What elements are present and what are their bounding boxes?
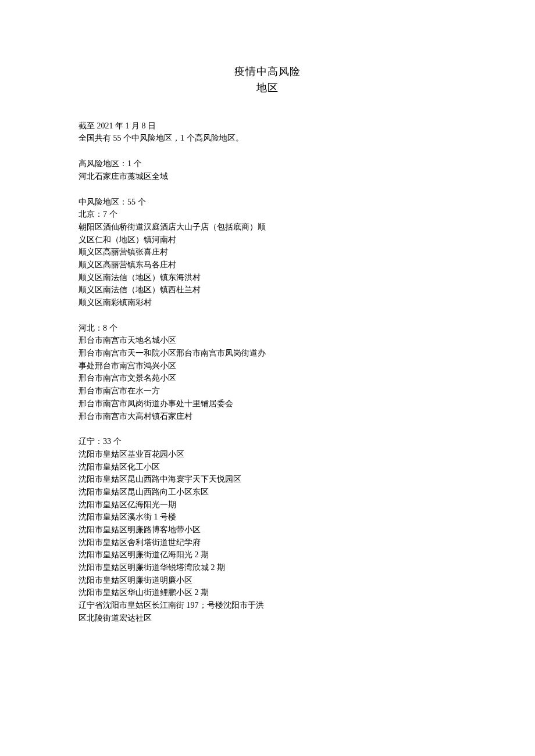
liaoning-item: 沈阳市皇姑区溪水街 1 号楼 bbox=[79, 511, 456, 524]
beijing-item: 顺义区高丽营镇张喜庄村 bbox=[79, 246, 456, 259]
intro-paragraph: 截至 2021 年 1 月 8 日 全国共有 55 个中风险地区，1 个高风险地… bbox=[79, 120, 456, 145]
beijing-header: 北京：7 个 bbox=[79, 208, 456, 221]
liaoning-item: 沈阳市皇姑区明廉街道亿海阳光 2 期 bbox=[79, 549, 456, 561]
beijing-item: 顺义区南法信（地区）镇东海洪村 bbox=[79, 271, 456, 284]
title-line-1: 疫情中高风险 bbox=[131, 64, 404, 80]
liaoning-item: 沈阳市皇姑区化工小区 bbox=[79, 461, 456, 474]
hebei-item: 事处邢台市南宫市鸿兴小区 bbox=[79, 360, 456, 372]
liaoning-item: 沈阳市皇姑区明廉路博客地带小区 bbox=[79, 524, 456, 536]
liaoning-item: 沈阳市皇姑区舍利塔街道世纪学府 bbox=[79, 536, 456, 549]
beijing-item: 义区仁和（地区）镇河南村 bbox=[79, 234, 456, 246]
hebei-section: 河北：8 个 邢台市南宫市天地名城小区 邢台市南宫市天一和院小区邢台市南宫市凤岗… bbox=[79, 322, 456, 423]
beijing-item: 朝阳区酒仙桥街道汉庭酒店大山子店（包括底商）顺 bbox=[79, 221, 456, 234]
intro-summary: 全国共有 55 个中风险地区，1 个高风险地区。 bbox=[79, 132, 456, 145]
beijing-item: 顺义区南法信（地区）镇西杜兰村 bbox=[79, 284, 456, 296]
hebei-item: 邢台市南宫市天地名城小区 bbox=[79, 334, 456, 347]
intro-date: 截至 2021 年 1 月 8 日 bbox=[79, 120, 456, 132]
hebei-item: 邢台市南宫市凤岗街道办事处十里铺居委会 bbox=[79, 397, 456, 410]
hebei-item: 邢台市南宫市大高村镇石家庄村 bbox=[79, 410, 456, 423]
liaoning-item: 沈阳市皇姑区昆山西路向工小区东区 bbox=[79, 486, 456, 499]
high-risk-section: 高风险地区：1 个 河北石家庄市藁城区全域 bbox=[79, 157, 456, 182]
hebei-item: 邢台市南宫市在水一方 bbox=[79, 385, 456, 397]
liaoning-item: 辽宁省沈阳市皇姑区长江南街 197；号楼沈阳市于洪 bbox=[79, 599, 456, 612]
beijing-item: 顺义区南彩镇南彩村 bbox=[79, 296, 456, 309]
beijing-section: 中风险地区：55 个 北京：7 个 朝阳区酒仙桥街道汉庭酒店大山子店（包括底商）… bbox=[79, 196, 456, 309]
liaoning-item: 区北陵街道宏达社区 bbox=[79, 612, 456, 625]
hebei-item: 邢台市南宫市天一和院小区邢台市南宫市凤岗街道办 bbox=[79, 347, 456, 360]
document-title: 疫情中高风险 地区 bbox=[131, 64, 404, 96]
liaoning-header: 辽宁：33 个 bbox=[79, 435, 456, 448]
liaoning-item: 沈阳市皇姑区昆山西路中海寰宇天下天悦园区 bbox=[79, 473, 456, 486]
medium-risk-header: 中风险地区：55 个 bbox=[79, 196, 456, 209]
high-risk-item: 河北石家庄市藁城区全域 bbox=[79, 170, 456, 183]
liaoning-item: 沈阳市皇姑区明廉街道明廉小区 bbox=[79, 574, 456, 587]
high-risk-header: 高风险地区：1 个 bbox=[79, 157, 456, 170]
beijing-item: 顺义区高丽营镇东马各庄村 bbox=[79, 259, 456, 271]
liaoning-item: 沈阳市皇姑区基业百花园小区 bbox=[79, 448, 456, 461]
hebei-header: 河北：8 个 bbox=[79, 322, 456, 335]
hebei-item: 邢台市南宫市文景名苑小区 bbox=[79, 372, 456, 385]
liaoning-section: 辽宁：33 个 沈阳市皇姑区基业百花园小区 沈阳市皇姑区化工小区 沈阳市皇姑区昆… bbox=[79, 435, 456, 624]
title-line-2: 地区 bbox=[131, 80, 404, 96]
liaoning-item: 沈阳市皇姑区华山街道鲤鹏小区 2 期 bbox=[79, 586, 456, 599]
liaoning-item: 沈阳市皇姑区亿海阳光一期 bbox=[79, 499, 456, 511]
liaoning-item: 沈阳市皇姑区明廉街道华锐塔湾欣城 2 期 bbox=[79, 561, 456, 574]
